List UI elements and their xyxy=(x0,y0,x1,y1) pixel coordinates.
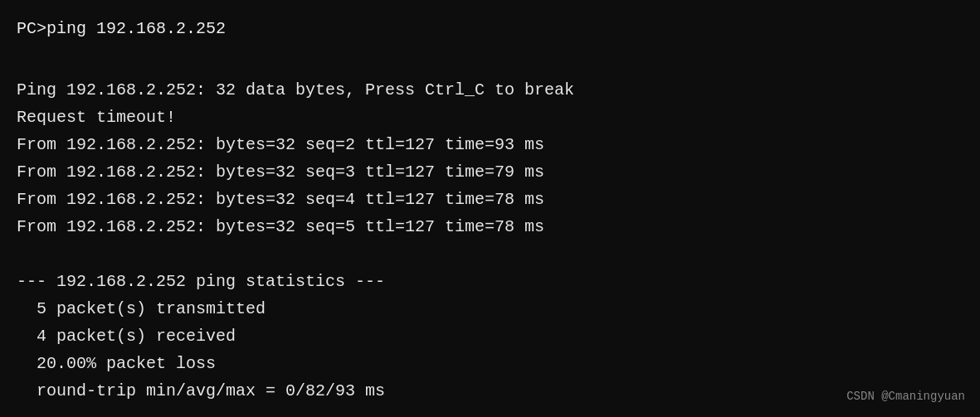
command-line: PC>ping 192.168.2.252 xyxy=(17,15,963,42)
terminal-line-7 xyxy=(17,240,963,268)
terminal-line-3: From 192.168.2.252: bytes=32 seq=2 ttl=1… xyxy=(17,131,963,158)
terminal-window: PC>ping 192.168.2.252 Ping 192.168.2.252… xyxy=(0,0,980,417)
terminal-line-10: 4 packet(s) received xyxy=(17,322,963,350)
terminal-output: Ping 192.168.2.252: 32 data bytes, Press… xyxy=(17,49,963,405)
terminal-line-6: From 192.168.2.252: bytes=32 seq=5 ttl=1… xyxy=(17,213,963,240)
terminal-line-2: Request timeout! xyxy=(17,104,963,131)
terminal-line-4: From 192.168.2.252: bytes=32 seq=3 ttl=1… xyxy=(17,158,963,186)
terminal-line-5: From 192.168.2.252: bytes=32 seq=4 ttl=1… xyxy=(17,186,963,213)
terminal-line-1: Ping 192.168.2.252: 32 data bytes, Press… xyxy=(17,76,963,104)
terminal-line-0 xyxy=(17,49,963,76)
watermark: CSDN @Cmaningyuan xyxy=(846,387,965,405)
terminal-line-12: round-trip min/avg/max = 0/82/93 ms xyxy=(17,377,963,405)
terminal-line-8: --- 192.168.2.252 ping statistics --- xyxy=(17,268,963,295)
terminal-line-9: 5 packet(s) transmitted xyxy=(17,295,963,322)
terminal-line-11: 20.00% packet loss xyxy=(17,350,963,377)
